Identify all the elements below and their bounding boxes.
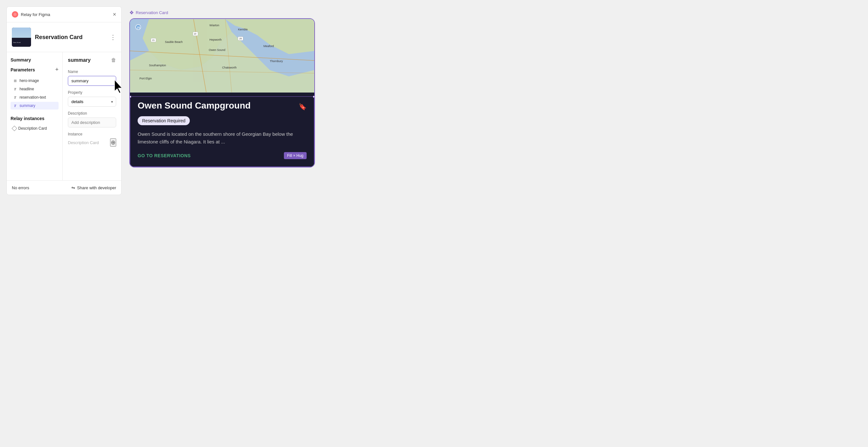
param-item-reservation-text[interactable]: T reservation-text bbox=[10, 93, 59, 101]
card-badges: Reservation Required bbox=[137, 116, 307, 125]
right-panel: ❖ Reservation Card bbox=[129, 6, 862, 168]
description-label: Description bbox=[68, 111, 116, 116]
svg-text:26: 26 bbox=[239, 37, 242, 40]
description-input[interactable] bbox=[68, 118, 116, 127]
relay-item-description-card[interactable]: Description Card bbox=[10, 125, 59, 132]
thumbnail-dark: Owen Sound bbox=[12, 38, 31, 47]
relay-instances-section: Relay instances Description Card bbox=[10, 116, 59, 132]
text-param-icon-summary: T bbox=[12, 103, 18, 108]
left-panel: Relay for Figma × Owen Sound Reservation… bbox=[6, 6, 122, 195]
component-thumbnail: Owen Sound bbox=[12, 28, 31, 47]
param-item-headline[interactable]: T headline bbox=[10, 85, 59, 93]
name-form-row: Name bbox=[68, 69, 116, 86]
summary-section-title: Summary bbox=[10, 57, 59, 62]
inner-handle-bl bbox=[129, 166, 131, 168]
property-select[interactable]: details summary text value bbox=[68, 97, 116, 107]
svg-text:Owen Sound: Owen Sound bbox=[209, 48, 225, 52]
param-item-hero-image[interactable]: ⊞ hero-image bbox=[10, 77, 59, 85]
card-title: Owen Sound Campground bbox=[137, 100, 251, 111]
inner-handle-tl bbox=[129, 96, 131, 98]
share-icon: ⇋ bbox=[71, 185, 75, 190]
reservation-required-badge: Reservation Required bbox=[137, 116, 190, 125]
svg-text:Thornbury: Thornbury bbox=[270, 60, 283, 63]
card-content: Owen Sound Campground 🔖 Reservation Requ… bbox=[130, 93, 314, 167]
thumbnail-text: Owen Sound bbox=[13, 41, 21, 43]
instance-row: Description Card ⊕ bbox=[68, 138, 116, 147]
description-form-row: Description bbox=[68, 111, 116, 127]
property-form-row: Property details summary text value ▾ bbox=[68, 90, 116, 107]
svg-text:21: 21 bbox=[152, 39, 155, 41]
inner-handle-tr bbox=[313, 96, 315, 98]
panel-header-left: Relay for Figma bbox=[12, 11, 50, 18]
parameters-label: Parameters bbox=[10, 67, 35, 72]
panel-body: Summary Parameters + ⊞ hero-image T head… bbox=[7, 52, 121, 180]
panel-footer: No errors ⇋ Share with developer bbox=[7, 180, 121, 195]
target-icon-button[interactable]: ⊕ bbox=[110, 138, 116, 147]
card-description: Owen Sound is located on the southern sh… bbox=[137, 130, 307, 146]
figma-component-icon: ❖ bbox=[129, 9, 134, 16]
image-param-icon: ⊞ bbox=[12, 78, 18, 83]
inner-handle-br bbox=[313, 166, 315, 168]
right-column: summary 🗑 Name Property bbox=[63, 52, 121, 180]
param-label-headline: headline bbox=[20, 87, 34, 91]
component-header: Owen Sound Reservation Card ⋮ bbox=[7, 22, 121, 52]
param-label-hero-image: hero-image bbox=[20, 79, 39, 83]
param-item-summary[interactable]: T summary bbox=[10, 102, 59, 110]
fill-hug-badge: Fill × Hug bbox=[284, 152, 307, 159]
add-parameter-button[interactable]: + bbox=[55, 66, 59, 73]
thumbnail-map bbox=[12, 28, 31, 39]
name-input-wrapper bbox=[68, 76, 116, 86]
name-input[interactable] bbox=[68, 76, 116, 86]
svg-text:Port Elgin: Port Elgin bbox=[140, 77, 152, 80]
instance-form-row: Instance Description Card ⊕ bbox=[68, 132, 116, 147]
right-column-header: summary 🗑 bbox=[68, 57, 116, 63]
svg-text:10: 10 bbox=[194, 33, 196, 35]
relay-instances-label: Relay instances bbox=[10, 116, 59, 121]
svg-text:Chatsworth: Chatsworth bbox=[222, 66, 237, 69]
svg-text:Hepworth: Hepworth bbox=[209, 38, 221, 41]
delete-button[interactable]: 🗑 bbox=[111, 57, 116, 63]
text-param-icon-headline: T bbox=[12, 86, 18, 92]
map-image: 25 Wiarton Kemble Sauble Beach Hepworth … bbox=[130, 19, 314, 93]
panel-header: Relay for Figma × bbox=[7, 7, 121, 22]
relay-icon bbox=[12, 11, 18, 18]
reservation-card: 25 Wiarton Kemble Sauble Beach Hepworth … bbox=[129, 18, 315, 168]
card-content-top: Owen Sound Campground 🔖 bbox=[137, 100, 307, 111]
name-label: Name bbox=[68, 69, 116, 74]
param-label-summary: summary bbox=[20, 103, 35, 108]
property-select-wrapper: details summary text value ▾ bbox=[68, 97, 116, 107]
component-label-text: Reservation Card bbox=[136, 10, 168, 15]
close-button[interactable]: × bbox=[113, 11, 116, 17]
property-label: Property bbox=[68, 90, 116, 95]
parameters-list: ⊞ hero-image T headline T reservation-te… bbox=[10, 77, 59, 110]
svg-text:Southampton: Southampton bbox=[149, 64, 166, 67]
left-column: Summary Parameters + ⊞ hero-image T head… bbox=[7, 52, 63, 180]
svg-text:Kemble: Kemble bbox=[238, 28, 248, 31]
more-options-button[interactable]: ⋮ bbox=[110, 33, 116, 41]
right-column-title: summary bbox=[68, 57, 91, 63]
parameters-section-header: Parameters + bbox=[10, 66, 59, 73]
go-to-reservations-link[interactable]: GO TO RESERVATIONS bbox=[137, 153, 191, 158]
diamond-icon bbox=[12, 126, 17, 131]
share-label: Share with developer bbox=[77, 185, 116, 190]
bookmark-icon: 🔖 bbox=[299, 103, 307, 111]
svg-text:Wiarton: Wiarton bbox=[209, 24, 219, 27]
svg-text:Meaford: Meaford bbox=[264, 44, 274, 48]
component-name: Reservation Card bbox=[35, 34, 83, 41]
app-title: Relay for Figma bbox=[21, 12, 50, 17]
instance-label: Instance bbox=[68, 132, 116, 137]
map-svg: 25 Wiarton Kemble Sauble Beach Hepworth … bbox=[130, 19, 314, 93]
relay-icon-inner bbox=[13, 13, 17, 16]
instance-value: Description Card bbox=[68, 140, 99, 145]
component-header-left: Owen Sound Reservation Card bbox=[12, 28, 83, 47]
share-button[interactable]: ⇋ Share with developer bbox=[71, 185, 116, 190]
relay-label-description-card: Description Card bbox=[18, 126, 47, 131]
param-label-reservation-text: reservation-text bbox=[20, 95, 46, 99]
text-param-icon-reservation: T bbox=[12, 95, 18, 100]
no-errors-label: No errors bbox=[12, 185, 29, 190]
svg-text:25: 25 bbox=[137, 26, 140, 29]
component-label: ❖ Reservation Card bbox=[129, 9, 168, 16]
card-footer: GO TO RESERVATIONS Fill × Hug bbox=[137, 152, 307, 159]
svg-text:Sauble Beach: Sauble Beach bbox=[165, 40, 183, 43]
